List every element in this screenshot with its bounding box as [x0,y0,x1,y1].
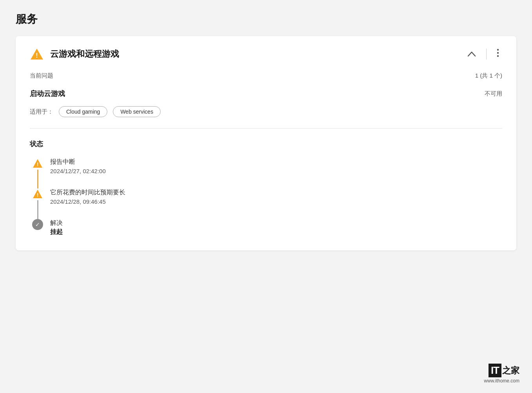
unavailable-badge: 不可用 [485,90,502,98]
timeline-item-1: ! 报告中断 2024/12/27, 02:42:00 [30,158,502,188]
more-options-button[interactable] [494,47,502,61]
resolved-circle: ✓ [32,219,43,230]
current-issues-row: 当前问题 1 (共 1 个) [30,72,502,80]
watermark-logo: IT 之家 [489,364,519,377]
collapse-button[interactable] [464,48,479,60]
current-issues-count: 1 (共 1 个) [475,72,502,80]
resolved-subtitle: 挂起 [50,228,63,236]
service-card: ! 云游戏和远程游戏 当前问题 1 (共 1 个) [16,36,516,250]
card-header-actions [464,47,502,61]
status-section: 状态 ! 报告中断 2024/12/27, 02:42:00 [30,139,502,236]
watermark: IT 之家 www.ithome.com [484,364,519,384]
tag-cloud-gaming[interactable]: Cloud gaming [59,106,107,117]
status-title: 状态 [30,139,502,149]
section-title-text: 启动云游戏 [30,89,65,98]
timeline-left-2: ! [30,188,45,219]
timeline-item-2: ! 它所花费的时间比预期要长 2024/12/28, 09:46:45 [30,188,502,219]
event-date-2: 2024/12/28, 09:46:45 [50,198,125,205]
svg-text:!: ! [36,52,38,59]
svg-point-2 [497,49,499,51]
resolved-title: 解决 [50,219,63,227]
svg-point-4 [497,55,499,57]
card-header-left: ! 云游戏和远程游戏 [30,47,119,61]
timeline-line-1 [37,170,38,188]
tag-web-services[interactable]: Web services [113,106,161,117]
timeline: ! 报告中断 2024/12/27, 02:42:00 ! [30,158,502,236]
watermark-url: www.ithome.com [484,378,519,384]
timeline-item-3: ✓ 解决 挂起 [30,219,502,236]
timeline-content-1: 报告中断 2024/12/27, 02:42:00 [45,158,106,187]
card-header: ! 云游戏和远程游戏 [30,47,502,61]
applies-to-label: 适用于： [30,108,53,116]
watermark-it: IT [489,364,501,377]
timeline-content-3: 解决 挂起 [45,219,63,236]
timeline-content-2: 它所花费的时间比预期要长 2024/12/28, 09:46:45 [45,188,125,217]
section-divider [30,128,502,129]
applies-to-row: 适用于： Cloud gaming Web services [30,106,502,117]
svg-text:!: ! [37,162,38,167]
event-date-1: 2024/12/27, 02:42:00 [50,168,106,174]
card-title: 云游戏和远程游戏 [50,48,119,60]
page-title: 服务 [16,12,516,27]
event-title-2: 它所花费的时间比预期要长 [50,188,125,197]
svg-text:!: ! [37,192,38,198]
header-divider [486,49,487,60]
warning-icon: ! [30,47,44,61]
warning-icon-1: ! [32,158,43,169]
watermark-home: 之家 [502,365,519,377]
timeline-left-3: ✓ [30,219,45,230]
check-icon: ✓ [35,222,40,227]
event-title-1: 报告中断 [50,158,106,166]
current-issues-label: 当前问题 [30,72,53,80]
timeline-left-1: ! [30,158,45,188]
warning-icon-2: ! [32,188,43,199]
timeline-line-2 [37,200,38,219]
section-title-row: 启动云游戏 不可用 [30,89,502,98]
svg-point-3 [497,52,499,54]
